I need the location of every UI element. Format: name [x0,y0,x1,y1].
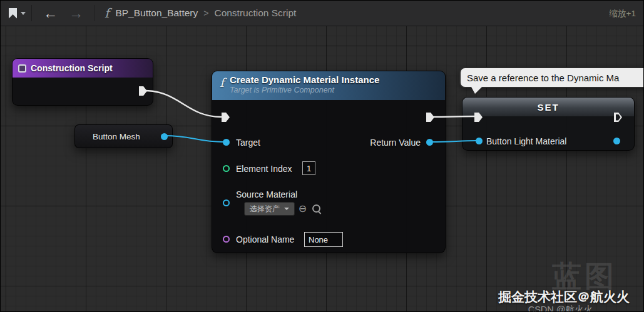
back-button[interactable]: ← [38,6,63,21]
exec-wire-construction-to-cdmi [145,91,221,117]
node-header: Construction Script [13,59,153,78]
forward-button[interactable]: → [63,6,89,21]
watermark-line2: CSDN @航火火 [528,304,593,312]
button-mesh-out-pin[interactable] [161,133,168,140]
breadcrumb-root[interactable]: BP_Button_Battery [115,8,198,19]
breadcrumb-separator-icon: > [203,8,208,18]
function-icon: f [220,76,224,89]
node-subtitle: Target is Primitive Component [230,86,379,94]
node-button-mesh-get[interactable]: Button Mesh [74,124,173,148]
pin-label-button-light-material: Button Light Material [486,136,566,147]
pin-label-return-value: Return Value [370,138,421,148]
toolbar-divider [95,5,95,21]
node-set-button-light-material[interactable]: SET Button Light Material [462,97,635,151]
exec-out-pin[interactable] [426,113,434,122]
zoom-level-label: 缩放+1 [610,8,636,19]
asset-picker-dropdown[interactable]: 选择资产 [244,202,295,216]
set-out-pin[interactable] [613,138,620,144]
blueprint-editor-window: ← → f BP_Button_Battery > Construction S… [0,0,644,312]
node-title: Construction Script [31,63,113,73]
function-icon: f [105,6,109,21]
node-comment-bubble: Save a reference to the Dynamic Ma [459,67,644,88]
construction-script-icon [18,64,26,73]
comment-bubble-tail [471,87,482,94]
element-index-pin[interactable] [223,165,230,172]
exec-in-pin[interactable] [222,113,230,122]
element-index-input[interactable]: 1 [302,161,315,175]
node-construction-script[interactable]: Construction Script [12,58,153,106]
return-value-pin[interactable] [426,139,433,146]
pin-label-element-index: Element Index [236,164,292,174]
use-selected-asset-icon[interactable]: ⊖ [297,203,308,214]
button-light-material-pin[interactable] [476,138,483,144]
pin-label-target: Target [236,138,260,148]
node-header: SET [463,98,634,116]
watermark-line1: 掘金技术社区＠航火火 [498,288,630,306]
graph-canvas[interactable]: Construction Script Button Mesh f Create… [1,26,643,311]
node-title: Create Dynamic Material Instance [230,74,379,85]
target-pin[interactable] [223,139,230,146]
node-header: f Create Dynamic Material Instance Targe… [212,71,445,100]
toolbar-divider [31,5,32,21]
chevron-down-icon[interactable] [21,12,26,15]
pin-label-optional-name: Optional Name [236,234,294,245]
node-create-dynamic-material-instance[interactable]: f Create Dynamic Material Instance Targe… [212,71,446,253]
graph-toolbar: ← → f BP_Button_Battery > Construction S… [1,1,643,26]
bookmark-icon[interactable] [9,8,17,19]
source-material-pin[interactable] [223,199,230,206]
chevron-down-icon [284,208,289,210]
browse-asset-icon[interactable] [311,203,322,214]
pin-label-source-material: Source Material [236,189,297,200]
node-title: SET [537,102,559,113]
exec-out-pin[interactable] [139,86,147,96]
optional-name-pin[interactable] [223,236,230,243]
variable-label: Button Mesh [93,132,140,141]
optional-name-input[interactable]: None [304,232,343,247]
breadcrumb-current: Construction Script [214,8,296,19]
asset-picker-label: 选择资产 [250,204,280,214]
